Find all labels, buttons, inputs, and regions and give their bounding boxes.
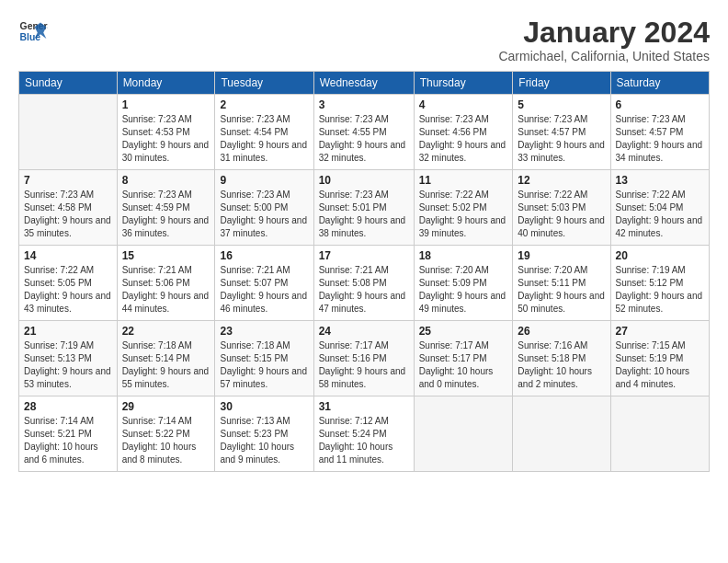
day-info: Sunrise: 7:19 AM Sunset: 5:12 PM Dayligh… [616,264,704,316]
daylight-hours: Daylight: 9 hours and 58 minutes. [319,366,406,389]
day-number: 6 [616,98,704,111]
calendar-header-row: Sunday Monday Tuesday Wednesday Thursday… [19,72,710,95]
daylight-hours: Daylight: 9 hours and 46 minutes. [220,291,307,314]
daylight-hours: Daylight: 9 hours and 34 minutes. [616,140,703,163]
daylight-hours: Daylight: 9 hours and 30 minutes. [122,140,210,163]
sunrise-time: Sunrise: 7:12 AM [319,416,389,426]
table-row: 17 Sunrise: 7:21 AM Sunset: 5:08 PM Dayl… [313,246,414,321]
table-row [19,95,118,170]
sunrise-time: Sunrise: 7:14 AM [24,416,94,426]
day-info: Sunrise: 7:16 AM Sunset: 5:18 PM Dayligh… [518,339,605,391]
table-row: 21 Sunrise: 7:19 AM Sunset: 5:13 PM Dayl… [19,321,118,396]
day-info: Sunrise: 7:23 AM Sunset: 4:55 PM Dayligh… [319,113,409,165]
calendar-table: Sunday Monday Tuesday Wednesday Thursday… [18,71,710,472]
calendar-week-row: 14 Sunrise: 7:22 AM Sunset: 5:05 PM Dayl… [19,246,710,321]
daylight-hours: Daylight: 9 hours and 42 minutes. [616,215,703,238]
table-row: 9 Sunrise: 7:23 AM Sunset: 5:00 PM Dayli… [215,170,313,246]
sunset-time: Sunset: 5:24 PM [319,429,387,439]
day-number: 8 [122,174,210,187]
table-row: 5 Sunrise: 7:23 AM Sunset: 4:57 PM Dayli… [513,95,610,170]
daylight-hours: Daylight: 10 hours and 6 minutes. [24,442,98,465]
day-info: Sunrise: 7:21 AM Sunset: 5:06 PM Dayligh… [122,264,210,316]
sunset-time: Sunset: 5:04 PM [616,202,684,213]
sunset-time: Sunset: 5:02 PM [419,202,487,213]
page-container: General Blue January 2024 Carmichael, Ca… [0,0,728,481]
sunset-time: Sunset: 5:19 PM [616,353,684,363]
table-row: 1 Sunrise: 7:23 AM Sunset: 4:53 PM Dayli… [117,95,215,170]
sunrise-time: Sunrise: 7:23 AM [319,114,389,124]
calendar-week-row: 28 Sunrise: 7:14 AM Sunset: 5:21 PM Dayl… [19,396,710,472]
daylight-hours: Daylight: 9 hours and 32 minutes. [419,140,506,163]
location-subtitle: Carmichael, California, United States [498,49,710,63]
sunset-time: Sunset: 5:13 PM [24,353,92,363]
sunset-time: Sunset: 4:57 PM [616,127,684,137]
day-info: Sunrise: 7:22 AM Sunset: 5:02 PM Dayligh… [419,189,508,240]
table-row: 19 Sunrise: 7:20 AM Sunset: 5:11 PM Dayl… [513,246,610,321]
day-number: 31 [319,400,409,413]
sunrise-time: Sunrise: 7:21 AM [319,265,389,275]
sunset-time: Sunset: 4:59 PM [122,202,190,213]
daylight-hours: Daylight: 9 hours and 49 minutes. [419,291,506,314]
daylight-hours: Daylight: 10 hours and 9 minutes. [220,442,294,465]
day-info: Sunrise: 7:17 AM Sunset: 5:16 PM Dayligh… [319,339,409,391]
sunset-time: Sunset: 5:03 PM [518,202,586,213]
table-row: 14 Sunrise: 7:22 AM Sunset: 5:05 PM Dayl… [19,246,118,321]
day-info: Sunrise: 7:23 AM Sunset: 5:00 PM Dayligh… [220,189,308,240]
sunset-time: Sunset: 4:58 PM [24,202,92,213]
daylight-hours: Daylight: 9 hours and 38 minutes. [319,215,406,238]
daylight-hours: Daylight: 9 hours and 52 minutes. [616,291,703,314]
table-row [513,396,610,472]
day-info: Sunrise: 7:12 AM Sunset: 5:24 PM Dayligh… [319,415,409,466]
day-info: Sunrise: 7:19 AM Sunset: 5:13 PM Dayligh… [24,339,112,391]
table-row: 25 Sunrise: 7:17 AM Sunset: 5:17 PM Dayl… [414,321,513,396]
day-info: Sunrise: 7:23 AM Sunset: 4:57 PM Dayligh… [518,113,605,165]
day-number: 1 [122,98,210,111]
day-number: 5 [518,98,605,111]
sunrise-time: Sunrise: 7:20 AM [419,265,489,275]
sunrise-time: Sunrise: 7:23 AM [122,190,192,200]
col-saturday: Saturday [610,72,709,95]
daylight-hours: Daylight: 9 hours and 39 minutes. [419,215,506,238]
daylight-hours: Daylight: 9 hours and 32 minutes. [319,140,406,163]
day-info: Sunrise: 7:23 AM Sunset: 4:58 PM Dayligh… [24,189,112,240]
sunrise-time: Sunrise: 7:22 AM [616,190,686,200]
col-monday: Monday [117,72,215,95]
day-number: 21 [24,325,112,338]
sunrise-time: Sunrise: 7:13 AM [220,416,290,426]
table-row: 7 Sunrise: 7:23 AM Sunset: 4:58 PM Dayli… [19,170,118,246]
sunrise-time: Sunrise: 7:15 AM [616,340,686,350]
daylight-hours: Daylight: 9 hours and 53 minutes. [24,366,111,389]
day-info: Sunrise: 7:23 AM Sunset: 4:59 PM Dayligh… [122,189,210,240]
sunrise-time: Sunrise: 7:14 AM [122,416,192,426]
day-info: Sunrise: 7:23 AM Sunset: 4:54 PM Dayligh… [220,113,308,165]
day-number: 4 [419,98,508,111]
table-row: 10 Sunrise: 7:23 AM Sunset: 5:01 PM Dayl… [313,170,414,246]
sunrise-time: Sunrise: 7:23 AM [122,114,192,124]
table-row: 2 Sunrise: 7:23 AM Sunset: 4:54 PM Dayli… [215,95,313,170]
calendar-week-row: 21 Sunrise: 7:19 AM Sunset: 5:13 PM Dayl… [19,321,710,396]
day-number: 7 [24,174,112,187]
sunset-time: Sunset: 5:11 PM [518,278,586,288]
sunset-time: Sunset: 4:54 PM [220,127,288,137]
day-number: 26 [518,325,605,338]
day-info: Sunrise: 7:18 AM Sunset: 5:14 PM Dayligh… [122,339,210,391]
sunrise-time: Sunrise: 7:23 AM [220,114,290,124]
table-row: 23 Sunrise: 7:18 AM Sunset: 5:15 PM Dayl… [215,321,313,396]
table-row: 12 Sunrise: 7:22 AM Sunset: 5:03 PM Dayl… [513,170,610,246]
header: General Blue January 2024 Carmichael, Ca… [18,17,710,63]
table-row: 20 Sunrise: 7:19 AM Sunset: 5:12 PM Dayl… [610,246,709,321]
sunrise-time: Sunrise: 7:21 AM [220,265,290,275]
day-info: Sunrise: 7:14 AM Sunset: 5:22 PM Dayligh… [122,415,210,466]
day-info: Sunrise: 7:23 AM Sunset: 5:01 PM Dayligh… [319,189,409,240]
day-number: 17 [319,249,409,262]
calendar-week-row: 7 Sunrise: 7:23 AM Sunset: 4:58 PM Dayli… [19,170,710,246]
sunset-time: Sunset: 5:15 PM [220,353,288,363]
daylight-hours: Daylight: 9 hours and 47 minutes. [319,291,406,314]
daylight-hours: Daylight: 9 hours and 40 minutes. [518,215,605,238]
sunrise-time: Sunrise: 7:23 AM [518,114,587,124]
sunrise-time: Sunrise: 7:18 AM [122,340,192,350]
col-thursday: Thursday [414,72,513,95]
sunset-time: Sunset: 4:55 PM [319,127,387,137]
day-info: Sunrise: 7:14 AM Sunset: 5:21 PM Dayligh… [24,415,112,466]
day-number: 20 [616,249,704,262]
